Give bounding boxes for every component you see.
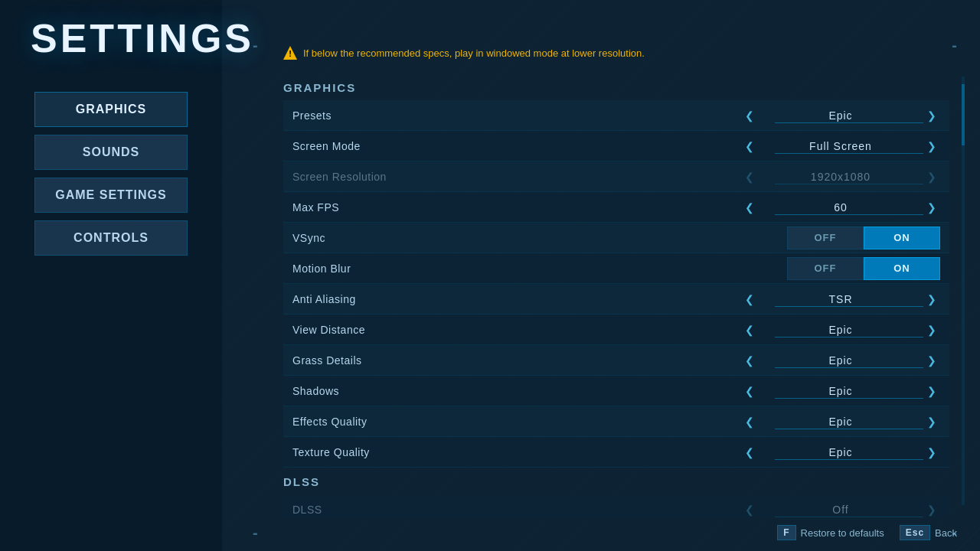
arrow-right-shadows[interactable]: ❯ xyxy=(923,383,940,399)
setting-row-dlss[interactable]: DLSS❮Off❯ xyxy=(283,494,949,517)
toggle-group-motion-blur: OFFON xyxy=(741,257,940,280)
setting-value-max-fps: 60 xyxy=(758,201,923,214)
setting-row-view-distance[interactable]: View Distance❮Epic❯ xyxy=(283,315,949,345)
setting-control-shadows: ❮Epic❯ xyxy=(645,383,940,399)
restore-key-badge: F xyxy=(777,525,795,540)
arrow-left-screen-resolution: ❮ xyxy=(741,168,758,185)
arrow-selector-screen-mode: ❮Full Screen❯ xyxy=(741,138,940,155)
arrow-selector-dlss: ❮Off❯ xyxy=(741,501,940,518)
arrow-right-max-fps[interactable]: ❯ xyxy=(923,199,940,216)
bottom-bar: F Restore to defaults Esc Back xyxy=(777,525,957,540)
warning-text: If below the recommended specs, play in … xyxy=(303,47,645,59)
setting-control-vsync: OFFON xyxy=(645,227,940,249)
setting-label-vsync: VSync xyxy=(292,232,645,244)
setting-control-screen-mode: ❮Full Screen❯ xyxy=(645,138,940,155)
setting-row-anti-aliasing[interactable]: Anti Aliasing❮TSR❯ xyxy=(283,284,949,315)
sidebar: SETTINGS GraphicsSoundsGame SettingsCont… xyxy=(0,0,222,551)
back-key[interactable]: Esc Back xyxy=(900,525,957,540)
setting-label-grass-details: Grass Details xyxy=(292,354,645,367)
setting-row-vsync[interactable]: VSyncOFFON xyxy=(283,223,949,253)
setting-value-screen-resolution: 1920x1080 xyxy=(758,171,923,183)
section-header-graphics-section: Graphics xyxy=(283,77,949,99)
arrow-right-dlss: ❯ xyxy=(923,501,940,518)
setting-control-presets: ❮Epic❯ xyxy=(645,107,940,124)
sidebar-item-controls[interactable]: Controls xyxy=(34,220,188,256)
arrow-right-grass-details[interactable]: ❯ xyxy=(923,352,940,369)
arrow-right-texture-quality[interactable]: ❯ xyxy=(923,444,940,461)
warning-banner: If below the recommended specs, play in … xyxy=(283,46,957,60)
arrow-selector-grass-details: ❮Epic❯ xyxy=(741,352,940,369)
setting-row-max-fps[interactable]: Max FPS❮60❯ xyxy=(283,192,949,223)
setting-value-screen-mode: Full Screen xyxy=(758,140,923,152)
back-label: Back xyxy=(935,527,957,539)
setting-label-motion-blur: Motion Blur xyxy=(292,262,645,275)
setting-row-grass-details[interactable]: Grass Details❮Epic❯ xyxy=(283,345,949,376)
restore-defaults-key[interactable]: F Restore to defaults xyxy=(777,525,884,540)
toggle-off-motion-blur[interactable]: OFF xyxy=(787,257,864,280)
arrow-left-anti-aliasing[interactable]: ❮ xyxy=(741,291,758,308)
setting-value-anti-aliasing: TSR xyxy=(758,293,923,305)
settings-scroll[interactable]: GraphicsPresets❮Epic❯Screen Mode❮Full Sc… xyxy=(283,73,957,517)
arrow-left-texture-quality[interactable]: ❮ xyxy=(741,444,758,461)
setting-label-presets: Presets xyxy=(292,109,645,122)
setting-row-screen-resolution[interactable]: Screen Resolution❮1920x1080❯ xyxy=(283,161,949,192)
toggle-on-motion-blur[interactable]: ON xyxy=(864,257,940,280)
setting-value-dlss: Off xyxy=(758,504,923,516)
setting-control-dlss: ❮Off❯ xyxy=(645,501,940,518)
setting-label-effects-quality: Effects Quality xyxy=(292,416,645,428)
page-title: SETTINGS xyxy=(0,15,254,61)
arrow-left-screen-mode[interactable]: ❮ xyxy=(741,138,758,155)
setting-value-view-distance: Epic xyxy=(758,324,923,336)
sidebar-item-sounds[interactable]: Sounds xyxy=(34,135,188,170)
sidebar-item-graphics[interactable]: Graphics xyxy=(34,92,188,127)
setting-value-shadows: Epic xyxy=(758,385,923,397)
setting-value-texture-quality: Epic xyxy=(758,446,923,458)
arrow-selector-presets: ❮Epic❯ xyxy=(741,107,940,124)
arrow-selector-view-distance: ❮Epic❯ xyxy=(741,321,940,338)
setting-label-dlss: DLSS xyxy=(292,504,645,516)
setting-label-texture-quality: Texture Quality xyxy=(292,446,645,458)
setting-control-motion-blur: OFFON xyxy=(645,257,940,280)
setting-row-texture-quality[interactable]: Texture Quality❮Epic❯ xyxy=(283,437,949,468)
arrow-right-view-distance[interactable]: ❯ xyxy=(923,321,940,338)
setting-value-grass-details: Epic xyxy=(758,354,923,367)
arrow-left-view-distance[interactable]: ❮ xyxy=(741,321,758,338)
setting-row-presets[interactable]: Presets❮Epic❯ xyxy=(283,100,949,131)
setting-label-screen-mode: Screen Mode xyxy=(292,140,645,152)
setting-control-view-distance: ❮Epic❯ xyxy=(645,321,940,338)
setting-label-view-distance: View Distance xyxy=(292,324,645,336)
setting-row-effects-quality[interactable]: Effects Quality❮Epic❯ xyxy=(283,406,949,437)
scroll-indicator xyxy=(962,77,965,505)
restore-label: Restore to defaults xyxy=(801,527,884,539)
toggle-on-vsync[interactable]: ON xyxy=(864,227,940,249)
arrow-selector-max-fps: ❮60❯ xyxy=(741,199,940,216)
arrow-left-shadows[interactable]: ❮ xyxy=(741,383,758,399)
sidebar-item-game-settings[interactable]: Game Settings xyxy=(34,178,188,213)
warning-icon xyxy=(283,46,297,60)
arrow-selector-texture-quality: ❮Epic❯ xyxy=(741,444,940,461)
setting-control-effects-quality: ❮Epic❯ xyxy=(645,413,940,430)
back-key-badge: Esc xyxy=(900,525,930,540)
setting-row-shadows[interactable]: Shadows❮Epic❯ xyxy=(283,376,949,406)
arrow-right-anti-aliasing[interactable]: ❯ xyxy=(923,291,940,308)
arrow-left-grass-details[interactable]: ❮ xyxy=(741,352,758,369)
corner-tl: - xyxy=(253,37,258,54)
toggle-off-vsync[interactable]: OFF xyxy=(787,227,864,249)
setting-control-screen-resolution: ❮1920x1080❯ xyxy=(645,168,940,185)
corner-tr: - xyxy=(952,37,957,54)
setting-label-anti-aliasing: Anti Aliasing xyxy=(292,293,645,305)
setting-row-screen-mode[interactable]: Screen Mode❮Full Screen❯ xyxy=(283,131,949,161)
setting-label-shadows: Shadows xyxy=(292,385,645,397)
main-content: If below the recommended specs, play in … xyxy=(222,0,980,551)
arrow-left-max-fps[interactable]: ❮ xyxy=(741,199,758,216)
arrow-left-presets[interactable]: ❮ xyxy=(741,107,758,124)
arrow-right-presets[interactable]: ❯ xyxy=(923,107,940,124)
setting-control-texture-quality: ❮Epic❯ xyxy=(645,444,940,461)
arrow-right-screen-mode[interactable]: ❯ xyxy=(923,138,940,155)
scroll-thumb xyxy=(962,84,965,145)
section-header-dlss-section: DLSS xyxy=(283,471,949,493)
arrow-selector-anti-aliasing: ❮TSR❯ xyxy=(741,291,940,308)
setting-row-motion-blur[interactable]: Motion BlurOFFON xyxy=(283,253,949,284)
arrow-left-effects-quality[interactable]: ❮ xyxy=(741,413,758,430)
arrow-right-effects-quality[interactable]: ❯ xyxy=(923,413,940,430)
